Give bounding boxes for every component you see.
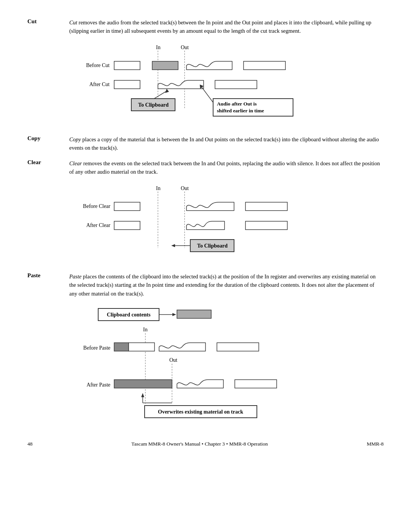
cut-callout-line2: shifted earlier in time (217, 108, 264, 113)
paste-section: Paste Paste places the contents of the c… (27, 272, 384, 298)
cut-before-block2 (152, 61, 178, 70)
cut-after-label: After Cut (89, 81, 110, 87)
copy-body: Copy places a copy of the material that … (69, 135, 384, 152)
cut-arrowhead1 (165, 89, 169, 93)
paste-clipboard-arrowhead (172, 313, 176, 316)
clear-diagram: In Out Before Clear After Clear To Clipb… (27, 183, 384, 263)
cut-before-wave (186, 61, 232, 70)
clear-after-block1 (114, 221, 140, 230)
clear-before-label: Before Clear (83, 203, 110, 209)
paste-out-label: Out (169, 357, 177, 363)
cut-section: Cut Cut removes the audio from the selec… (27, 18, 384, 35)
clear-term: Clear (27, 159, 69, 176)
clear-after-label: After Clear (86, 222, 111, 228)
cut-diagram: In Out Before Cut After Cut To Clipboard (27, 42, 384, 126)
paste-body: Paste places the contents of the clipboa… (69, 272, 384, 298)
copy-italic: Copy (69, 136, 81, 142)
cut-svg: In Out Before Cut After Cut To Clipboard (72, 42, 339, 126)
clear-after-wave (186, 221, 225, 230)
footer-right-text: MMR-8 (367, 441, 384, 447)
clear-out-label: Out (181, 185, 189, 191)
clear-svg: In Out Before Clear After Clear To Clipb… (72, 183, 339, 263)
cut-before-block1 (114, 61, 140, 70)
page-footer: 48 Tascam MMR-8 Owner's Manual • Chapter… (27, 438, 384, 447)
cut-term: Cut (27, 18, 69, 35)
paste-after-wave (177, 380, 223, 388)
paste-after-label: After Paste (86, 382, 110, 388)
cut-callout-line1: Audio after Out is (217, 101, 256, 107)
cut-arrow1 (154, 91, 167, 99)
cut-italic: Cut (69, 19, 77, 26)
paste-diagram: Clipboard contents In Out Before Paste (27, 305, 384, 423)
cut-clipboard-label: To Clipboard (138, 102, 169, 108)
paste-clipboard-block (177, 310, 211, 318)
cut-in-label: In (156, 45, 161, 50)
clear-in-label: In (156, 185, 161, 191)
paste-up-arrowhead (141, 393, 144, 397)
paste-svg: Clipboard contents In Out Before Paste (72, 305, 339, 423)
paste-before-whiteblock (129, 343, 155, 351)
clear-body: Clear removes the events on the selected… (69, 159, 384, 176)
page-content: Cut Cut removes the audio from the selec… (27, 18, 384, 447)
paste-in-label: In (143, 327, 148, 332)
clear-clipboard-label: To Clipboard (197, 243, 228, 249)
cut-after-block3 (215, 80, 257, 89)
cut-before-block3 (244, 61, 285, 70)
paste-term: Paste (27, 272, 69, 298)
cut-after-block1 (114, 80, 140, 89)
paste-clipboard-contents-label: Clipboard contents (107, 312, 151, 318)
cut-before-label: Before Cut (86, 62, 110, 68)
clear-italic: Clear (69, 160, 82, 166)
paste-before-wave (159, 343, 206, 351)
cut-after-wave (158, 80, 204, 89)
copy-section: Copy Copy places a copy of the material … (27, 135, 384, 152)
clear-before-wave (186, 202, 234, 211)
clear-section: Clear Clear removes the events on the se… (27, 159, 384, 176)
paste-before-label: Before Paste (83, 345, 110, 351)
paste-after-block3 (235, 380, 277, 388)
paste-after-darkblock (114, 380, 172, 388)
clear-before-block1 (114, 202, 140, 211)
paste-italic: Paste (69, 273, 81, 280)
paste-before-block3 (217, 343, 259, 351)
copy-term: Copy (27, 135, 69, 152)
clear-arrowhead (171, 244, 175, 247)
clear-before-block3 (245, 202, 287, 211)
clear-after-block3 (245, 221, 287, 230)
cut-body: Cut removes the audio from the selected … (69, 18, 384, 35)
footer-page-number: 48 (27, 441, 33, 447)
cut-callout-arrow (201, 86, 213, 102)
paste-before-darkblock (114, 343, 129, 351)
footer-center-text: Tascam MMR-8 Owner's Manual • Chapter 3 … (131, 441, 268, 447)
cut-out-label: Out (181, 45, 189, 50)
paste-callout-label: Overwrites existing material on track (158, 409, 243, 415)
